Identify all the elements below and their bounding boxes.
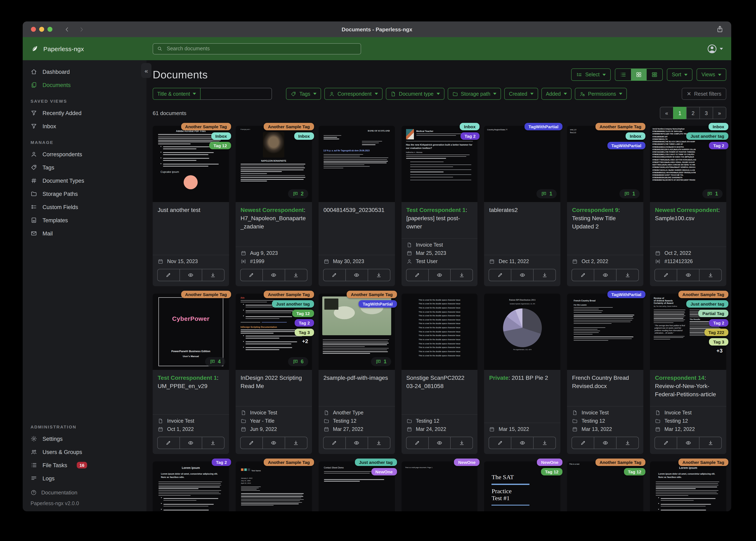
documentation-link[interactable]: Documentation	[31, 487, 139, 499]
document-correspondent[interactable]: Correspondent 14	[655, 374, 704, 381]
document-title[interactable]: Correspondent 9: Testing New Title Updat…	[567, 202, 644, 238]
edit-document-button[interactable]	[654, 437, 677, 449]
notes-count-badge[interactable]: 1	[371, 357, 391, 366]
tag-badge[interactable]: Tag 12	[292, 310, 314, 317]
download-document-button[interactable]	[616, 269, 639, 281]
sidebar-item-documents[interactable]: Documents	[23, 78, 146, 92]
document-thumbnail[interactable]: AdoInDesign Scripting DocumentationAnoth…	[236, 293, 312, 370]
edit-document-button[interactable]	[240, 269, 263, 281]
tag-badge[interactable]: Another Sample Tag	[595, 458, 646, 466]
tag-badge[interactable]: Tag 2	[709, 319, 728, 326]
edit-document-button[interactable]	[157, 437, 180, 449]
view-grid-toggle[interactable]	[631, 69, 647, 80]
view-document-button[interactable]	[345, 437, 368, 449]
sidebar-item-users-groups[interactable]: Users & Groups	[23, 445, 146, 458]
pagination-page-1[interactable]: 1	[673, 107, 687, 119]
document-thumbnail[interactable]: Francja pod rNAPOLEON BONAPARTEAnother S…	[236, 126, 312, 202]
view-document-button[interactable]	[262, 269, 285, 281]
document-title[interactable]: Test Correspondent 1: [paperless] test p…	[401, 202, 478, 238]
tag-badge[interactable]: Just another tag	[686, 132, 728, 140]
edit-document-button[interactable]	[654, 269, 677, 281]
document-correspondent[interactable]: Test Correspondent 1	[158, 374, 217, 381]
tag-badge[interactable]: Another Sample Tag	[181, 291, 231, 298]
document-title[interactable]: Test Correspondent 1: UM_PPBE_en_v29	[153, 370, 229, 406]
view-document-button[interactable]	[262, 437, 285, 449]
sidebar-item-custom-fields[interactable]: Custom Fields	[23, 201, 146, 214]
view-details-toggle[interactable]	[647, 69, 662, 80]
tag-badge[interactable]: Just another tag	[272, 300, 314, 307]
document-title[interactable]: tablerates2	[484, 202, 561, 238]
edit-document-button[interactable]	[157, 269, 180, 281]
filter-permissions-button[interactable]: Permissions	[575, 88, 627, 100]
document-correspondent[interactable]: Newest Correspondent	[241, 207, 304, 213]
document-title[interactable]: French Country Bread Revised.docx	[567, 370, 644, 406]
tag-badge[interactable]: Tag 222	[704, 329, 728, 336]
document-title[interactable]: Just another test	[153, 202, 229, 238]
pagination-page-2[interactable]: 2	[686, 107, 700, 119]
sidebar-item-tags[interactable]: Tags	[23, 161, 146, 174]
share-icon[interactable]	[716, 25, 724, 33]
tag-badge[interactable]: Another Sample Tag	[678, 291, 728, 298]
notes-count-badge[interactable]: 4	[205, 357, 225, 366]
tag-badge[interactable]: Tag 2	[709, 142, 728, 149]
sort-button[interactable]: Sort	[667, 68, 692, 81]
document-thumbnail[interactable]: one,1.0five,5.0Another Sample TagInboxTa…	[567, 126, 644, 202]
pagination-page-3[interactable]: 3	[699, 107, 713, 119]
view-document-button[interactable]	[594, 437, 617, 449]
download-document-button[interactable]	[699, 437, 722, 449]
document-correspondent[interactable]: Private	[489, 374, 508, 381]
document-thumbnail[interactable]: Lorem ipsumLorem ipsum dolor sit amet, c…	[153, 461, 229, 511]
download-document-button[interactable]	[285, 269, 307, 281]
tag-badge[interactable]: Tag 12	[209, 142, 231, 149]
document-title[interactable]: Newest Correspondent: Sample100.csv	[650, 202, 726, 238]
edit-document-button[interactable]	[489, 269, 511, 281]
view-document-button[interactable]	[180, 437, 202, 449]
document-title[interactable]: Sonstige ScanPC2022 03-24_081058	[401, 370, 478, 406]
download-document-button[interactable]	[450, 269, 473, 281]
notes-count-badge[interactable]: 1	[702, 189, 723, 198]
download-document-button[interactable]	[616, 437, 639, 449]
global-search[interactable]	[153, 43, 361, 54]
tag-badge[interactable]: Inbox	[626, 132, 645, 140]
filter-document-type-button[interactable]: Document type	[386, 88, 444, 100]
download-document-button[interactable]	[285, 437, 307, 449]
collapse-sidebar-button[interactable]: «	[141, 63, 151, 78]
document-thumbnail[interactable]: BANK OF SCOTLAND2,0 % p. a. auf Ihr Tage…	[318, 126, 395, 202]
tag-badge[interactable]: NewOne	[371, 468, 397, 475]
document-title[interactable]: Correspondent 14: Review-of-New-York-Fed…	[650, 370, 726, 406]
download-document-button[interactable]	[367, 437, 390, 449]
document-thumbnail[interactable]: Test NameJanuary 2, 2022July 14, 1984Apr…	[236, 461, 312, 511]
tag-badge[interactable]: TagWithPartial	[524, 123, 562, 130]
views-button[interactable]: Views	[697, 68, 726, 81]
tag-badge[interactable]: NewOne	[454, 458, 480, 466]
tag-badge[interactable]: Tag 2	[295, 319, 314, 326]
download-document-button[interactable]	[202, 269, 224, 281]
notes-count-badge[interactable]: 6	[288, 357, 308, 366]
sidebar-item-dashboard[interactable]: Dashboard	[23, 65, 146, 78]
filter-storage-path-button[interactable]: Storage path	[448, 88, 501, 100]
document-correspondent[interactable]: Newest Correspondent	[655, 207, 718, 213]
tag-badge[interactable]: Inbox	[211, 132, 231, 140]
document-thumbnail[interactable]: Patient BP Distribution 2011Isolated Sys…	[484, 293, 561, 370]
tag-badge[interactable]: Tag 2	[212, 458, 231, 466]
sidebar-item-storage-paths[interactable]: Storage Paths	[23, 187, 146, 201]
filter-tags-button[interactable]: Tags	[286, 88, 321, 100]
minimize-window-button[interactable]	[39, 27, 44, 32]
tag-badge[interactable]: Another Sample Tag	[264, 291, 314, 298]
document-thumbnail[interactable]: This is a testAnother Sample TagTag 12	[567, 461, 644, 511]
tag-badge[interactable]: Just another tag	[355, 458, 397, 466]
document-thumbnail[interactable]: Lorem ipsumLorem ipsum dolor sit amet, c…	[650, 461, 726, 511]
sidebar-item-recently-added[interactable]: Recently Added	[23, 106, 146, 120]
document-thumbnail[interactable]: This is a test for the double space char…	[401, 293, 478, 370]
tag-badge[interactable]: Tag 2	[461, 132, 480, 140]
view-document-button[interactable]	[511, 269, 534, 281]
document-thumbnail[interactable]: Review ofof Arbitral AwardsCertainty of …	[650, 293, 726, 370]
document-thumbnail[interactable]: This is a multi page document. Page 1.Ne…	[401, 461, 478, 511]
sidebar-item-templates[interactable]: Templates	[23, 214, 146, 227]
tag-badge[interactable]: Inbox	[294, 132, 314, 140]
document-correspondent[interactable]: Test Correspondent 1	[406, 207, 465, 213]
download-document-button[interactable]	[533, 437, 556, 449]
sidebar-item-logs[interactable]: Logs	[23, 472, 146, 485]
tag-badge[interactable]: TagWithPartial	[607, 142, 645, 149]
document-correspondent[interactable]: Correspondent 9	[572, 207, 618, 213]
